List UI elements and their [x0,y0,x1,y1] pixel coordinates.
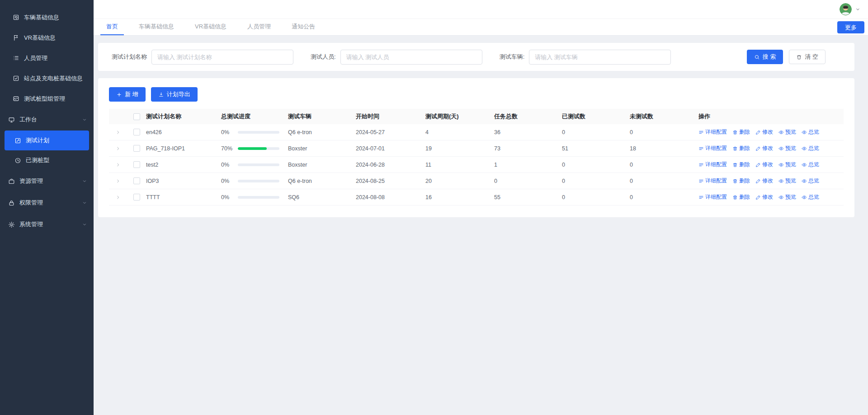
chevron-down-icon[interactable] [855,6,861,12]
sidebar-item[interactable]: 车辆基础信息 [0,7,94,28]
action-edit[interactable]: 修改 [755,177,773,185]
actions-cell: 详细配置删除修改预览总览 [698,193,844,201]
task-total: 55 [494,194,562,201]
sidebar-item-label: 工作台 [19,116,37,124]
export-button-label: 计划导出 [167,90,190,98]
detail-icon [698,130,704,135]
tab-active[interactable]: 首页 [100,19,124,35]
row-checkbox[interactable] [133,194,140,201]
plan-name: en426 [146,129,221,135]
list-icon [13,55,19,61]
row-checkbox[interactable] [133,161,140,168]
filter-input[interactable] [151,50,293,65]
action-delete[interactable]: 删除 [732,193,750,201]
chevron-right-icon[interactable] [115,195,121,200]
filter-group: 测试车辆: [500,50,671,65]
search-button[interactable]: 搜 索 [747,50,783,64]
task-total: 0 [494,178,562,184]
progress-cell: 0% [221,162,288,168]
action-label: 修改 [762,145,773,152]
action-edit[interactable]: 修改 [755,193,773,201]
action-overview[interactable]: 总览 [802,128,819,136]
eye-icon [802,146,807,151]
checkbox-cell [127,194,146,201]
action-preview[interactable]: 预览 [778,145,796,152]
table-row: test20%Boxster2024-06-2811100详细配置删除修改预览总… [109,157,844,173]
action-delete[interactable]: 删除 [732,161,750,168]
sidebar-item[interactable]: 站点及充电桩基础信息 [0,68,94,89]
action-preview[interactable]: 预览 [778,177,796,185]
action-preview[interactable]: 预览 [778,128,796,136]
action-label: 删除 [739,161,750,168]
action-edit[interactable]: 修改 [755,145,773,152]
more-button[interactable]: 更多 [837,21,864,33]
action-detail-config[interactable]: 详细配置 [698,161,727,168]
sidebar-item-active[interactable]: 测试计划 [5,131,89,150]
monitor-icon [8,117,15,123]
expand-cell [109,146,127,151]
chevron-right-icon[interactable] [115,146,121,151]
sidebar-item-label: 测试计划 [26,136,49,145]
action-detail-config[interactable]: 详细配置 [698,145,727,152]
action-label: 详细配置 [705,128,727,136]
add-button[interactable]: 新 增 [109,87,146,102]
action-overview[interactable]: 总览 [802,193,819,201]
clear-button[interactable]: 清 空 [789,50,826,64]
action-preview[interactable]: 预览 [778,193,796,201]
download-icon [158,92,164,98]
action-delete[interactable]: 删除 [732,177,750,185]
gear-icon [8,221,15,228]
action-label: 详细配置 [705,145,727,152]
sidebar-item[interactable]: 已测桩型 [5,150,89,170]
select-all-checkbox[interactable] [133,113,140,120]
column-header: 操作 [698,112,844,121]
row-checkbox[interactable] [133,177,140,184]
tested-count: 0 [562,178,630,184]
filter-input[interactable] [340,50,482,65]
sidebar-item[interactable]: 工作台 [0,109,94,131]
chevron-right-icon[interactable] [115,178,121,184]
table-row: IOP30%Q6 e-tron2024-08-2520000详细配置删除修改预览… [109,173,844,189]
action-label: 修改 [762,193,773,201]
sidebar-item[interactable]: 权限管理 [0,192,94,214]
filter-actions: 搜 索 清 空 [747,50,826,64]
export-button[interactable]: 计划导出 [151,87,198,102]
plan-name: test2 [146,162,221,168]
content: 测试计划名称测试人员:测试车辆: 搜 索 清 空 [94,36,868,415]
action-edit[interactable]: 修改 [755,161,773,168]
table-row: PAG_718-IOP170%Boxster2024-07-0119735118… [109,140,844,157]
sidebar-item[interactable]: VR基础信息 [0,28,94,48]
tab-item[interactable]: 通知公告 [286,19,321,35]
sidebar-item[interactable]: 测试桩型组管理 [0,89,94,109]
action-edit[interactable]: 修改 [755,128,773,136]
chevron-right-icon[interactable] [115,130,121,135]
sidebar: 车辆基础信息VR基础信息人员管理站点及充电桩基础信息测试桩型组管理工作台测试计划… [0,0,94,415]
action-overview[interactable]: 总览 [802,145,819,152]
plans-table: 测试计划名称总测试进度测试车辆开始时间测试周期(天)任务总数已测试数未测试数操作… [109,109,844,205]
row-checkbox[interactable] [133,129,140,135]
avatar[interactable] [840,3,852,15]
action-detail-config[interactable]: 详细配置 [698,128,727,136]
action-label: 详细配置 [705,177,727,185]
action-overview[interactable]: 总览 [802,161,819,168]
action-detail-config[interactable]: 详细配置 [698,193,727,201]
sidebar-item[interactable]: 系统管理 [0,214,94,235]
chevron-right-icon[interactable] [115,162,121,168]
action-delete[interactable]: 删除 [732,128,750,136]
filter-input[interactable] [529,50,671,65]
action-preview[interactable]: 预览 [778,161,796,168]
action-overview[interactable]: 总览 [802,177,819,185]
tab-item[interactable]: 人员管理 [241,19,277,35]
row-checkbox[interactable] [133,145,140,152]
sidebar-item[interactable]: 资源管理 [0,170,94,192]
eye-icon [778,162,784,168]
action-detail-config[interactable]: 详细配置 [698,177,727,185]
tab-item[interactable]: 车辆基础信息 [133,19,180,35]
untested-count: 0 [630,162,698,168]
progress-cell: 0% [221,178,288,184]
start-date: 2024-06-28 [356,162,425,168]
tab-item[interactable]: VR基础信息 [189,19,232,35]
trash-icon [732,162,738,168]
sidebar-item[interactable]: 人员管理 [0,48,94,68]
action-delete[interactable]: 删除 [732,145,750,152]
